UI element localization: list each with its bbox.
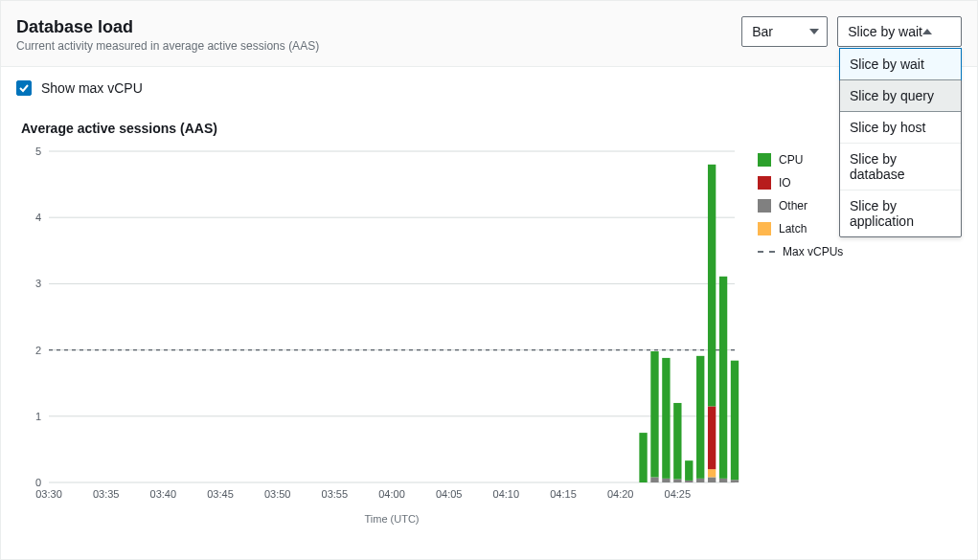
slice-option[interactable]: Slice by database [840, 144, 961, 190]
page-title: Database load [16, 16, 319, 37]
slice-option[interactable]: Slice by application [840, 190, 961, 236]
show-max-vcpu-checkbox[interactable] [16, 80, 32, 96]
legend-item-other[interactable]: Other [758, 199, 843, 213]
chart-title: Average active sessions (AAS) [21, 121, 744, 136]
swatch-cpu-icon [758, 153, 771, 167]
svg-text:03:55: 03:55 [322, 488, 349, 500]
svg-rect-36 [696, 356, 704, 479]
svg-rect-41 [719, 479, 727, 482]
svg-text:03:40: 03:40 [150, 488, 177, 500]
legend-item-max-vcpu[interactable]: Max vCPUs [758, 245, 843, 258]
svg-text:03:50: 03:50 [264, 488, 291, 500]
legend-label: CPU [779, 153, 803, 167]
svg-rect-33 [685, 481, 693, 482]
legend-label: Latch [779, 222, 807, 235]
svg-rect-38 [708, 469, 716, 477]
slice-by-select[interactable]: Slice by wait [837, 16, 962, 47]
legend-item-cpu[interactable]: CPU [758, 153, 843, 167]
svg-rect-40 [708, 165, 716, 407]
slice-option[interactable]: Slice by query [840, 79, 961, 112]
svg-text:04:25: 04:25 [665, 488, 692, 500]
slice-dropdown: Slice by waitSlice by querySlice by host… [839, 48, 962, 237]
show-max-vcpu-label[interactable]: Show max vCPU [41, 80, 143, 96]
svg-rect-29 [662, 479, 670, 482]
svg-rect-44 [731, 361, 739, 481]
swatch-io-icon [758, 176, 771, 190]
svg-text:5: 5 [35, 146, 41, 157]
page-subtitle: Current activity measured in average act… [16, 39, 319, 53]
svg-rect-37 [708, 477, 716, 482]
svg-rect-34 [685, 460, 693, 481]
svg-text:04:00: 04:00 [378, 488, 405, 500]
legend-label: Other [779, 199, 807, 213]
svg-text:Time (UTC): Time (UTC) [364, 513, 419, 525]
svg-rect-35 [696, 479, 704, 482]
legend-label: Max vCPUs [783, 245, 843, 258]
caret-up-icon [922, 29, 932, 34]
svg-text:3: 3 [35, 278, 41, 289]
chart-legend: CPU IO Other Latch Max vCPUs [758, 153, 843, 268]
svg-rect-27 [650, 477, 658, 482]
svg-text:1: 1 [35, 411, 41, 422]
svg-text:03:35: 03:35 [93, 488, 120, 500]
swatch-latch-icon [758, 222, 771, 235]
svg-text:0: 0 [35, 477, 41, 488]
legend-item-io[interactable]: IO [758, 176, 843, 190]
svg-text:04:20: 04:20 [607, 488, 634, 500]
slice-option[interactable]: Slice by wait [839, 48, 962, 80]
legend-label: IO [779, 176, 791, 190]
svg-text:03:45: 03:45 [207, 488, 234, 500]
svg-rect-32 [673, 403, 681, 480]
slice-by-label: Slice by wait [848, 24, 922, 39]
chart-type-select[interactable]: Bar [741, 16, 828, 47]
svg-rect-39 [708, 406, 716, 469]
svg-rect-26 [639, 433, 647, 482]
swatch-other-icon [758, 199, 771, 213]
svg-rect-30 [662, 358, 670, 479]
slice-option[interactable]: Slice by host [840, 112, 961, 144]
chart-type-label: Bar [752, 24, 773, 39]
caret-down-icon [809, 29, 819, 34]
svg-rect-42 [719, 277, 727, 479]
dash-icon [758, 251, 775, 253]
svg-rect-31 [673, 480, 681, 482]
svg-rect-28 [650, 351, 658, 477]
svg-text:2: 2 [35, 345, 41, 356]
svg-text:04:15: 04:15 [550, 488, 577, 500]
svg-rect-43 [731, 480, 739, 482]
legend-item-latch[interactable]: Latch [758, 222, 843, 235]
svg-text:04:05: 04:05 [436, 488, 463, 500]
svg-text:4: 4 [35, 212, 41, 223]
aas-chart: 01234503:3003:3503:4003:4503:5003:5504:0… [16, 146, 744, 528]
svg-text:03:30: 03:30 [35, 488, 62, 500]
svg-text:04:10: 04:10 [493, 488, 520, 500]
